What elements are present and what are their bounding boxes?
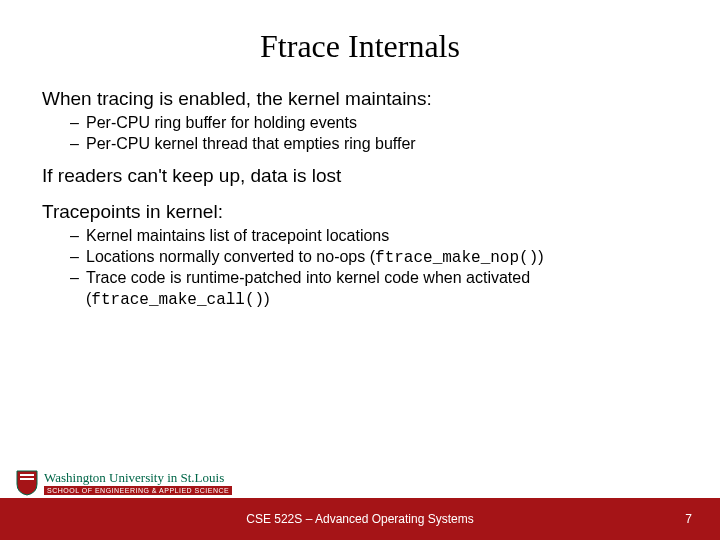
list-item: Per-CPU ring buffer for holding events [70,113,678,134]
shield-icon [16,470,38,496]
slide-title: Ftrace Internals [0,28,720,65]
slide-body: When tracing is enabled, the kernel main… [0,87,720,311]
list-item: Trace code is runtime-patched into kerne… [70,268,678,311]
university-name: Washington University in St.Louis [44,471,232,484]
list-0: Per-CPU ring buffer for holding events P… [42,113,678,155]
svg-rect-1 [20,478,34,480]
university-logo: Washington University in St.Louis SCHOOL… [16,470,232,496]
svg-rect-0 [20,474,34,476]
page-number: 7 [685,512,692,526]
lead-1: If readers can't keep up, data is lost [42,164,678,188]
list-item: Per-CPU kernel thread that empties ring … [70,134,678,155]
lead-2: Tracepoints in kernel: [42,200,678,224]
list-2: Kernel maintains list of tracepoint loca… [42,226,678,311]
list-item: Locations normally converted to no-ops (… [70,247,678,269]
footer-bar: CSE 522S – Advanced Operating Systems 7 [0,498,720,540]
school-name: SCHOOL OF ENGINEERING & APPLIED SCIENCE [44,486,232,495]
lead-0: When tracing is enabled, the kernel main… [42,87,678,111]
list-item: Kernel maintains list of tracepoint loca… [70,226,678,247]
course-label: CSE 522S – Advanced Operating Systems [246,512,473,526]
